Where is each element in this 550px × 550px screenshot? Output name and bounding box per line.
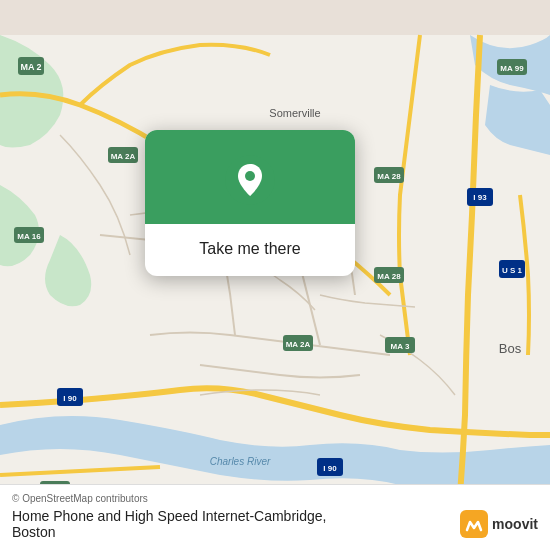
bottom-info-bar: © OpenStreetMap contributors Home Phone …: [0, 484, 550, 550]
svg-text:MA 2: MA 2: [20, 62, 41, 72]
svg-text:MA 16: MA 16: [17, 232, 41, 241]
svg-text:MA 2A: MA 2A: [286, 340, 311, 349]
place-name: Home Phone and High Speed Internet-Cambr…: [12, 508, 326, 524]
svg-text:MA 28: MA 28: [377, 172, 401, 181]
svg-text:Somerville: Somerville: [269, 107, 320, 119]
svg-text:MA 99: MA 99: [500, 64, 524, 73]
svg-text:I 90: I 90: [63, 394, 77, 403]
moovit-logo: moovit: [460, 510, 538, 538]
svg-point-33: [245, 171, 255, 181]
place-info-row: Home Phone and High Speed Internet-Cambr…: [12, 508, 538, 540]
take-me-there-button[interactable]: Take me there: [191, 236, 308, 262]
location-pin-icon: [224, 154, 276, 206]
map-attribution: © OpenStreetMap contributors: [12, 493, 538, 504]
svg-text:Bos: Bos: [499, 341, 522, 356]
navigation-card: Take me there: [145, 130, 355, 276]
svg-rect-34: [460, 510, 488, 538]
svg-text:I 90: I 90: [323, 464, 337, 473]
svg-text:I 93: I 93: [473, 193, 487, 202]
card-header: [145, 130, 355, 224]
svg-text:U S 1: U S 1: [502, 266, 523, 275]
place-city: Boston: [12, 524, 326, 540]
svg-text:Charles River: Charles River: [210, 456, 271, 467]
moovit-icon: [460, 510, 488, 538]
svg-text:MA 2A: MA 2A: [111, 152, 136, 161]
svg-text:MA 28: MA 28: [377, 272, 401, 281]
card-action[interactable]: Take me there: [145, 224, 355, 276]
svg-text:MA 3: MA 3: [391, 342, 410, 351]
map-container: MA 2 MA 2A MA 2A MA 16 MA 28 MA 28 MA 3 …: [0, 0, 550, 550]
moovit-brand-text: moovit: [492, 516, 538, 532]
